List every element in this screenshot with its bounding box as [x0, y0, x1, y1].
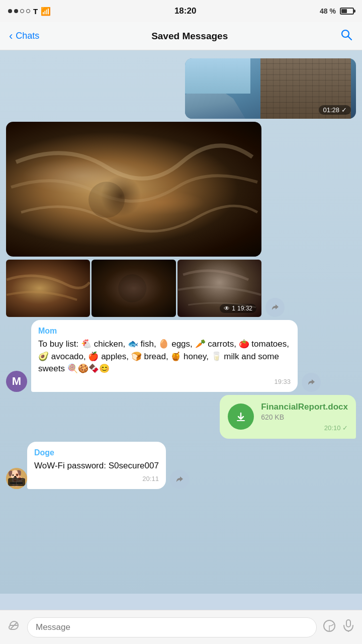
doge-timestamp: 20:11: [142, 474, 159, 484]
battery-label: 48 %: [320, 7, 336, 15]
page-title: Saved Messages: [151, 31, 228, 42]
jupiter-small-3[interactable]: 👁 1 19:32: [177, 260, 261, 317]
file-size: 620 KB: [261, 413, 348, 421]
chevron-left-icon: ‹: [9, 30, 13, 43]
check-icon: ✓: [341, 106, 347, 114]
dot1: [8, 9, 12, 13]
timestamp-text: 01:28: [323, 106, 339, 114]
sticker-button[interactable]: [323, 619, 336, 635]
doge-glasses: ▬▬: [8, 478, 25, 486]
doge-message-text: WoW-Fi password: S0secure007: [34, 460, 159, 472]
doge-avatar: 🐕 ▬▬: [6, 468, 27, 489]
building-image: 01:28 ✓: [185, 58, 356, 119]
doge-bubble: Doge WoW-Fi password: S0secure007 20:11: [27, 442, 166, 489]
mom-bubble: Mom To buy list: 🐔 chicken, 🐟 fish, 🥚 eg…: [31, 320, 298, 392]
js2-overlay: [92, 260, 175, 317]
building-image-container[interactable]: 01:28 ✓: [185, 58, 356, 119]
message-input[interactable]: [27, 617, 317, 637]
back-button[interactable]: ‹ Chats: [9, 30, 39, 43]
svg-point-2: [88, 182, 125, 218]
svg-point-3: [118, 274, 146, 302]
svg-line-1: [348, 36, 351, 40]
file-name: FinancialReport.docx: [261, 402, 348, 412]
svg-rect-6: [346, 620, 350, 627]
nav-bar: ‹ Chats Saved Messages: [0, 22, 362, 50]
forward-button[interactable]: [265, 298, 285, 317]
mom-timestamp: 19:33: [274, 377, 291, 387]
jupiter-small-1[interactable]: [6, 260, 90, 317]
dot3: [20, 9, 24, 13]
jupiter-small-2[interactable]: [92, 260, 175, 317]
status-bar: T 📶 18:20 48 %: [0, 0, 362, 22]
jupiter-large-image[interactable]: [6, 122, 261, 257]
doge-forward-button[interactable]: [170, 470, 189, 489]
js3-overlay: [177, 260, 261, 317]
status-left: T 📶: [8, 7, 51, 16]
jupiter-small-grid: 👁 1 19:32: [6, 260, 261, 317]
input-bar: [0, 610, 362, 644]
mom-avatar-label: M: [12, 375, 21, 388]
jupiter-swirl-svg: [6, 122, 261, 257]
search-button[interactable]: [340, 28, 353, 44]
sky-area: [185, 58, 250, 94]
attach-button[interactable]: [7, 618, 21, 636]
carrier-label: T: [33, 7, 38, 16]
wifi-icon: 📶: [41, 7, 51, 16]
dot2: [14, 9, 18, 13]
mom-avatar: M: [6, 371, 27, 392]
doge-face: 🐕 ▬▬: [6, 468, 27, 489]
back-label[interactable]: Chats: [16, 31, 39, 41]
battery-fill: [341, 9, 347, 13]
doge-sender-name: Doge: [34, 447, 159, 458]
file-info: FinancialReport.docx 620 KB 20:10 ✓: [261, 402, 348, 432]
js1-overlay: [6, 260, 90, 317]
mic-button[interactable]: [342, 619, 355, 635]
status-time: 18:20: [174, 6, 196, 16]
file-timestamp: 20:10 ✓: [261, 424, 348, 432]
mom-message-row: M Mom To buy list: 🐔 chicken, 🐟 fish, 🥚 …: [6, 320, 356, 392]
jupiter-images-row: 👁 1 19:32: [6, 122, 356, 317]
status-right: 48 %: [320, 7, 354, 15]
check-mark: ✓: [342, 424, 348, 432]
chat-area: 01:28 ✓: [0, 50, 362, 594]
signal-dots: [8, 9, 30, 13]
jupiter-group: 👁 1 19:32: [6, 122, 261, 317]
file-bubble[interactable]: FinancialReport.docx 620 KB 20:10 ✓: [220, 395, 356, 439]
bottom-spacer: [0, 492, 362, 532]
file-message-row: FinancialReport.docx 620 KB 20:10 ✓: [6, 395, 356, 439]
building-image-row: 01:28 ✓: [6, 58, 356, 119]
battery-icon: [340, 8, 354, 15]
mom-forward-button[interactable]: [302, 373, 321, 392]
mom-message-text: To buy list: 🐔 chicken, 🐟 fish, 🥚 eggs, …: [38, 338, 291, 375]
mom-sender-name: Mom: [38, 325, 291, 337]
dot4: [26, 9, 30, 13]
file-download-button[interactable]: [228, 404, 254, 430]
doge-message-row: 🐕 ▬▬ Doge WoW-Fi password: S0secure007 2…: [6, 442, 356, 489]
image-timestamp: 01:28 ✓: [319, 105, 351, 115]
